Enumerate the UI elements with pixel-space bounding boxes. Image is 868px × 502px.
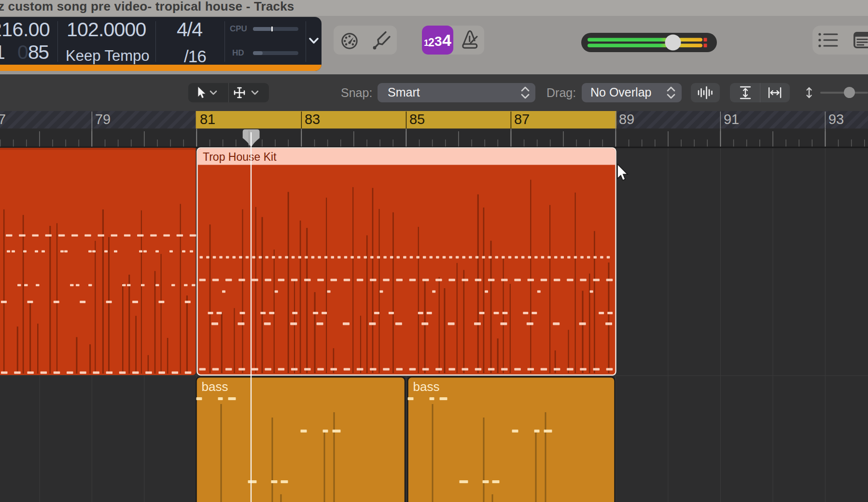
svg-text:Trop House Kit: Trop House Kit <box>203 151 277 163</box>
svg-text:93: 93 <box>828 112 844 127</box>
svg-text:77: 77 <box>0 112 6 127</box>
svg-text:85: 85 <box>409 112 425 127</box>
svg-text:89: 89 <box>619 112 634 127</box>
svg-text:bass: bass <box>413 379 440 394</box>
svg-text:bass: bass <box>202 379 228 394</box>
svg-text:83: 83 <box>305 112 320 127</box>
svg-text:87: 87 <box>514 112 530 127</box>
svg-text:81: 81 <box>200 112 215 127</box>
svg-text:91: 91 <box>724 112 739 127</box>
svg-text:79: 79 <box>95 112 111 127</box>
